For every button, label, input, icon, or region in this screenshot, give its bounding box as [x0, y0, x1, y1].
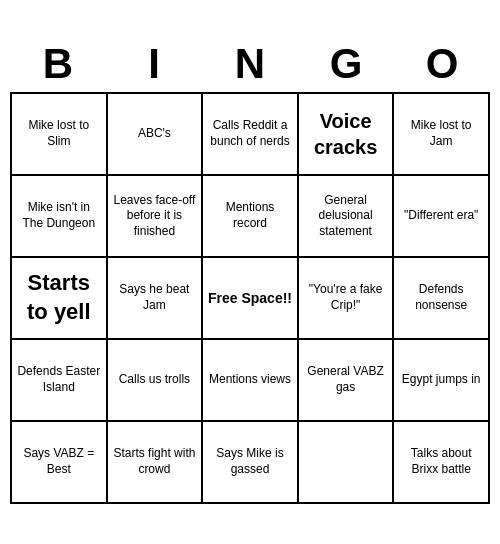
- bingo-cell-11: Says he beat Jam: [108, 258, 204, 340]
- bingo-letter-o: O: [398, 40, 486, 88]
- bingo-cell-24: Talks about Brixx battle: [394, 422, 490, 504]
- bingo-cell-1: ABC's: [108, 94, 204, 176]
- bingo-cell-0: Mike lost to Slim: [12, 94, 108, 176]
- bingo-cell-6: Leaves face-off before it is finished: [108, 176, 204, 258]
- bingo-title-row: BINGO: [10, 40, 490, 88]
- bingo-cell-12: Free Space!!: [203, 258, 299, 340]
- bingo-cell-14: Defends nonsense: [394, 258, 490, 340]
- bingo-card: BINGO Mike lost to SlimABC'sCalls Reddit…: [10, 40, 490, 504]
- bingo-letter-i: I: [110, 40, 198, 88]
- bingo-cell-7: Mentions record: [203, 176, 299, 258]
- bingo-cell-10: Starts to yell: [12, 258, 108, 340]
- bingo-cell-22: Says Mike is gassed: [203, 422, 299, 504]
- bingo-cell-9: "Different era": [394, 176, 490, 258]
- bingo-cell-5: Mike isn't in The Dungeon: [12, 176, 108, 258]
- bingo-cell-23: [299, 422, 395, 504]
- bingo-cell-13: "You're a fake Crip!": [299, 258, 395, 340]
- bingo-cell-20: Says VABZ = Best: [12, 422, 108, 504]
- bingo-cell-18: General VABZ gas: [299, 340, 395, 422]
- bingo-cell-15: Defends Easter Island: [12, 340, 108, 422]
- bingo-cell-21: Starts fight with crowd: [108, 422, 204, 504]
- bingo-cell-3: Voice cracks: [299, 94, 395, 176]
- bingo-cell-2: Calls Reddit a bunch of nerds: [203, 94, 299, 176]
- bingo-cell-16: Calls us trolls: [108, 340, 204, 422]
- bingo-grid: Mike lost to SlimABC'sCalls Reddit a bun…: [10, 92, 490, 504]
- bingo-cell-4: Mike lost to Jam: [394, 94, 490, 176]
- bingo-cell-17: Mentions views: [203, 340, 299, 422]
- bingo-letter-n: N: [206, 40, 294, 88]
- bingo-cell-19: Egypt jumps in: [394, 340, 490, 422]
- bingo-cell-8: General delusional statement: [299, 176, 395, 258]
- bingo-letter-b: B: [14, 40, 102, 88]
- bingo-letter-g: G: [302, 40, 390, 88]
